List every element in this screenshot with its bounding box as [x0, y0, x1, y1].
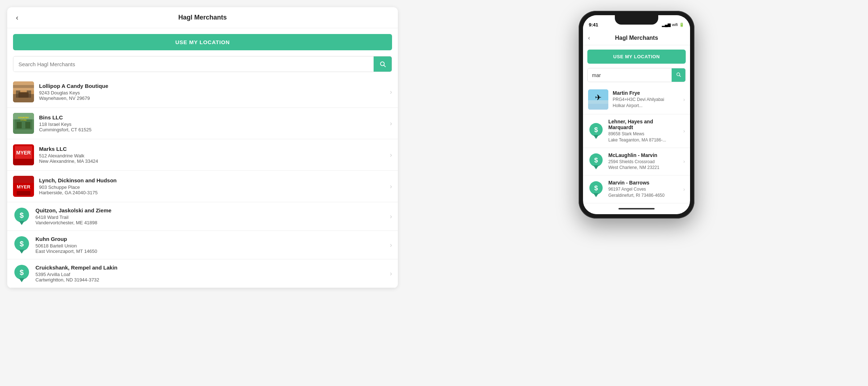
merchant-name: Lynch, Dickinson and Hudson: [39, 177, 385, 183]
list-item[interactable]: $ Lehner, Hayes and Marquardt 89658 Star…: [583, 114, 690, 148]
panel-header: ‹ Hagl Merchants: [7, 7, 398, 28]
home-indicator: [583, 203, 690, 214]
merchant-address-line1: 118 Israel Keys: [39, 122, 385, 127]
merchant-name: Quitzon, Jaskolski and Zieme: [35, 207, 385, 213]
merchant-info: Quitzon, Jaskolski and Zieme 6418 Ward T…: [35, 207, 385, 225]
merchant-info: Cruickshank, Rempel and Lakin 5395 Arvil…: [35, 264, 385, 283]
svg-rect-4: [16, 90, 20, 98]
phone-mockup: 9:41 ▂▄▆ wifi 🔋 ‹ Hagl Merchants USE MY …: [579, 11, 694, 219]
svg-rect-5: [27, 90, 31, 98]
svg-marker-28: [19, 250, 25, 254]
merchant-address-line1: 903 Schuppe Place: [39, 184, 385, 190]
merchant-address-line1: 6418 Ward Trail: [35, 215, 385, 220]
merchant-name: Marks LLC: [39, 146, 385, 152]
svg-text:$: $: [20, 268, 24, 276]
wifi-icon: wifi: [672, 22, 678, 27]
phone-notch: [615, 15, 658, 25]
bubble-dollar-icon: $: [588, 181, 604, 197]
chevron-right-icon: ›: [390, 213, 392, 220]
merchant-name: Lollipop A Candy Boutique: [39, 83, 385, 89]
phone-merchant-list: ✈ Martin Frye PRG4+H3C Devi AhilyabaiHol…: [583, 85, 690, 203]
merchant-name: Kuhn Group: [35, 236, 385, 242]
merchant-address: 2594 Shields CrossroadWest Charlene, NM …: [608, 159, 679, 171]
phone-screen: 9:41 ▂▄▆ wifi 🔋 ‹ Hagl Merchants USE MY …: [583, 15, 690, 214]
merchant-thumbnail: ✈: [588, 89, 608, 110]
svg-marker-46: [593, 193, 599, 197]
svg-text:STORE: STORE: [20, 119, 27, 121]
merchant-thumbnail: [13, 81, 34, 102]
svg-line-33: [680, 76, 681, 77]
merchant-info: Marks LLC 512 Alexandrine Walk New Alexa…: [39, 146, 385, 164]
merchant-name: Lehner, Hayes and Marquardt: [608, 119, 679, 130]
merchant-name: McLaughlin - Marvin: [608, 152, 679, 158]
list-item[interactable]: MYER Lynch, Dickinson and Hudson 903 Sch…: [7, 171, 398, 202]
svg-marker-31: [19, 278, 25, 282]
search-bar: [13, 56, 392, 72]
list-item[interactable]: Lollipop A Candy Boutique 9243 Douglas K…: [7, 76, 398, 108]
chevron-right-icon: ›: [683, 97, 685, 102]
svg-rect-37: [588, 104, 608, 110]
svg-text:MYER: MYER: [16, 150, 31, 156]
list-item[interactable]: COUNTRY STORE Bins LLC 118 Israel Keys C…: [7, 108, 398, 139]
svg-text:$: $: [20, 211, 24, 219]
left-panel: ‹ Hagl Merchants USE MY LOCATION: [7, 7, 398, 288]
list-item[interactable]: $ Marvin - Barrows 96197 Angel CovesGera…: [583, 175, 690, 203]
phone-search-input[interactable]: [588, 69, 672, 82]
merchant-address: 89658 Stark MewsLake Teaganton, MA 87186…: [608, 131, 679, 143]
chevron-right-icon: ›: [683, 128, 685, 134]
list-item[interactable]: $ Cruickshank, Rempel and Lakin 5395 Arv…: [7, 259, 398, 288]
battery-icon: 🔋: [679, 22, 684, 27]
phone-search-button[interactable]: [672, 68, 685, 82]
merchant-address: PRG4+H3C Devi AhilyabaiHolkar Airport...: [613, 97, 679, 109]
svg-marker-25: [19, 221, 25, 225]
merchant-address-line1: 5395 Arvilla Loaf: [35, 272, 385, 277]
search-icon: [379, 61, 386, 67]
storefront-image: [13, 81, 34, 102]
merchant-thumbnail: MYER: [13, 176, 34, 197]
merchant-name: Cruickshank, Rempel and Lakin: [35, 264, 385, 271]
list-item[interactable]: MYER Marks LLC 512 Alexandrine Walk New …: [7, 139, 398, 171]
merchant-address-line2: Harberside, GA 24040-3175: [39, 190, 385, 195]
bubble-dollar-icon: $: [13, 208, 30, 225]
svg-text:$: $: [594, 156, 598, 164]
svg-rect-7: [13, 85, 34, 88]
merchant-info: Lynch, Dickinson and Hudson 903 Schuppe …: [39, 177, 385, 195]
list-item[interactable]: ✈ Martin Frye PRG4+H3C Devi AhilyabaiHol…: [583, 85, 690, 114]
home-bar: [618, 208, 655, 209]
svg-text:$: $: [594, 126, 598, 133]
phone-header: ‹ Hagl Merchants: [583, 31, 690, 45]
bubble-dollar-icon: $: [588, 123, 604, 139]
use-location-button[interactable]: USE MY LOCATION: [13, 34, 392, 50]
list-item[interactable]: $ Quitzon, Jaskolski and Zieme 6418 Ward…: [7, 202, 398, 231]
storefront-image: MYER: [13, 144, 34, 165]
back-button[interactable]: ‹: [13, 12, 21, 23]
search-button[interactable]: [374, 56, 392, 72]
search-input[interactable]: [13, 57, 374, 72]
merchant-info: Marvin - Barrows 96197 Angel CovesGerald…: [608, 180, 679, 199]
svg-rect-18: [13, 159, 34, 165]
chevron-right-icon: ›: [390, 241, 392, 249]
merchant-address-line2: Cartwrightton, ND 31944-3732: [35, 277, 385, 283]
list-item[interactable]: $ McLaughlin - Marvin 2594 Shields Cross…: [583, 148, 690, 176]
merchant-address-line2: Cummingsfort, CT 61525: [39, 127, 385, 132]
merchant-address-line1: 9243 Douglas Keys: [39, 90, 385, 96]
bubble-dollar-icon: $: [13, 265, 30, 282]
svg-rect-12: [25, 122, 30, 128]
merchant-info: Kuhn Group 50618 Bartell Union East Vinc…: [35, 236, 385, 254]
merchant-address-line2: East Vincenzaport, MT 14650: [35, 249, 385, 254]
svg-rect-22: [17, 191, 30, 195]
right-panel: 9:41 ▂▄▆ wifi 🔋 ‹ Hagl Merchants USE MY …: [412, 7, 861, 219]
chevron-right-icon: ›: [683, 186, 685, 192]
phone-use-location-button[interactable]: USE MY LOCATION: [587, 50, 686, 64]
merchant-list: Lollipop A Candy Boutique 9243 Douglas K…: [7, 76, 398, 288]
merchant-info: Lollipop A Candy Boutique 9243 Douglas K…: [39, 83, 385, 101]
merchant-address-line1: 50618 Bartell Union: [35, 243, 385, 249]
status-bar: 9:41 ▂▄▆ wifi 🔋: [583, 15, 690, 31]
chevron-right-icon: ›: [390, 151, 392, 159]
phone-page-title: Hagl Merchants: [615, 35, 658, 41]
list-item[interactable]: $ Kuhn Group 50618 Bartell Union East Vi…: [7, 231, 398, 259]
merchant-name: Bins LLC: [39, 114, 385, 120]
signal-icon: ▂▄▆: [662, 22, 671, 27]
phone-back-button[interactable]: ‹: [588, 35, 590, 41]
merchant-address-line2: Waynehaven, NV 29679: [39, 96, 385, 101]
